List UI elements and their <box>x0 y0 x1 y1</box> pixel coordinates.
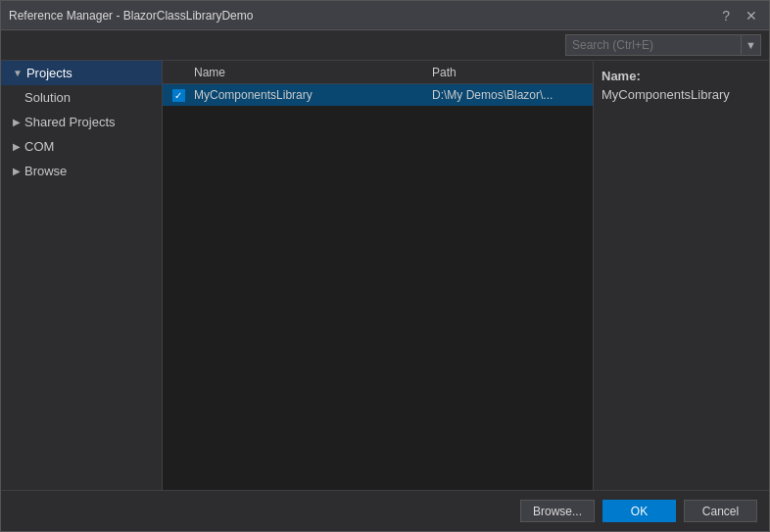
sidebar-item-shared-projects[interactable]: ▶ Shared Projects <box>1 110 162 134</box>
dialog: Reference Manager - BlazorClassLibraryDe… <box>0 0 770 532</box>
sidebar-item-label: Solution <box>24 90 71 105</box>
search-icon: ▼ <box>746 39 756 51</box>
sidebar-item-label: COM <box>24 139 54 154</box>
center-panel: Name Path ✓ MyComponentsLibrary D:\My De… <box>163 61 593 490</box>
sidebar-item-label: Projects <box>26 66 72 80</box>
sidebar-item-browse[interactable]: ▶ Browse <box>1 159 162 183</box>
help-button[interactable]: ? <box>718 9 734 23</box>
chevron-down-icon: ▼ <box>13 68 23 78</box>
row-checkbox[interactable]: ✓ <box>167 89 190 102</box>
right-panel: Name: MyComponentsLibrary <box>593 61 769 490</box>
checkbox-checked-icon: ✓ <box>172 89 185 102</box>
table-header: Name Path <box>163 61 593 84</box>
search-input[interactable] <box>566 35 741 55</box>
table-row[interactable]: ✓ MyComponentsLibrary D:\My Demos\Blazor… <box>163 84 593 106</box>
sidebar-item-com[interactable]: ▶ COM <box>1 134 162 159</box>
sidebar-item-solution[interactable]: Solution <box>1 85 162 110</box>
footer: Browse... OK Cancel <box>1 490 769 531</box>
sidebar-item-projects[interactable]: ▼ Projects <box>1 61 162 85</box>
title-text: Reference Manager - BlazorClassLibraryDe… <box>9 9 253 23</box>
main-content: ▼ Projects Solution ▶ Shared Projects ▶ … <box>1 61 769 490</box>
search-icon-button[interactable]: ▼ <box>741 35 760 55</box>
sidebar: ▼ Projects Solution ▶ Shared Projects ▶ … <box>1 61 163 490</box>
row-path: D:\My Demos\Blazor\... <box>432 88 589 102</box>
sidebar-item-label: Browse <box>24 164 67 178</box>
close-button[interactable]: ✕ <box>742 9 761 23</box>
chevron-right-icon: ▶ <box>13 117 21 127</box>
title-bar: Reference Manager - BlazorClassLibraryDe… <box>1 1 769 30</box>
search-box: ▼ <box>565 34 761 56</box>
cancel-button[interactable]: Cancel <box>684 500 757 522</box>
title-controls: ? ✕ <box>718 9 761 23</box>
detail-name-value: MyComponentsLibrary <box>602 87 761 102</box>
chevron-right-icon: ▶ <box>13 166 21 176</box>
col-header-path: Path <box>432 66 589 79</box>
chevron-right-icon: ▶ <box>13 141 21 152</box>
ok-button[interactable]: OK <box>602 500 676 522</box>
sidebar-item-label: Shared Projects <box>24 115 116 129</box>
col-header-name: Name <box>190 66 432 79</box>
browse-button[interactable]: Browse... <box>520 500 595 522</box>
detail-name-label: Name: <box>602 69 761 83</box>
row-name: MyComponentsLibrary <box>190 88 432 102</box>
table-body: ✓ MyComponentsLibrary D:\My Demos\Blazor… <box>163 84 593 490</box>
search-row: ▼ <box>1 30 769 61</box>
